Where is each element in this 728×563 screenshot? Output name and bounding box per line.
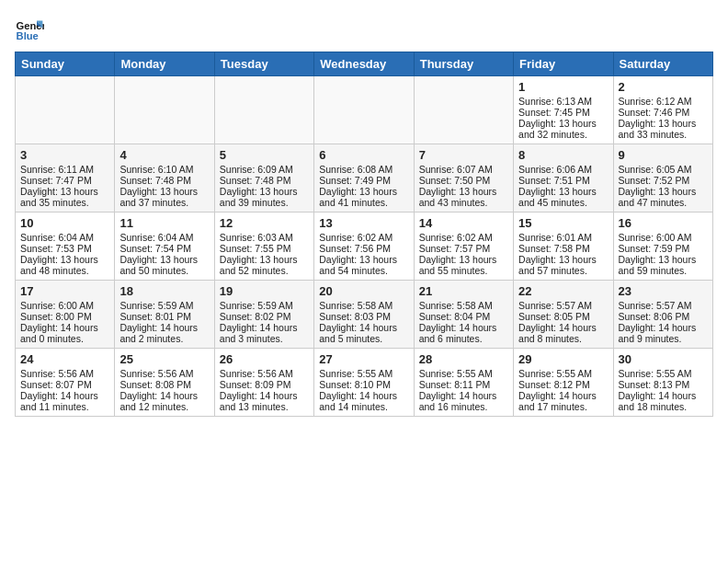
calendar-cell: 16Sunrise: 6:00 AMSunset: 7:59 PMDayligh… (613, 213, 712, 281)
day-info: Daylight: 14 hours (619, 322, 708, 333)
calendar-cell (115, 76, 214, 144)
calendar-cell: 15Sunrise: 6:01 AMSunset: 7:58 PMDayligh… (514, 213, 613, 281)
day-info: Sunset: 8:10 PM (319, 379, 408, 390)
day-info: and 39 minutes. (220, 197, 309, 208)
day-info: and 5 minutes. (319, 333, 408, 344)
day-info: Sunrise: 6:04 AM (20, 232, 109, 243)
day-info: Daylight: 14 hours (419, 322, 508, 333)
day-info: and 41 minutes. (319, 197, 408, 208)
day-info: Sunset: 8:04 PM (419, 311, 508, 322)
day-number: 2 (619, 80, 708, 94)
day-number: 27 (319, 352, 408, 366)
day-info: Sunrise: 6:03 AM (220, 232, 309, 243)
day-info: and 16 minutes. (419, 401, 508, 412)
day-info: Sunrise: 5:59 AM (119, 300, 209, 311)
day-info: Sunset: 8:06 PM (619, 311, 708, 322)
header-thursday: Thursday (414, 52, 513, 76)
day-info: Sunrise: 6:08 AM (319, 164, 408, 175)
header-saturday: Saturday (613, 52, 712, 76)
day-info: Sunset: 8:12 PM (518, 379, 608, 390)
day-info: and 47 minutes. (619, 197, 708, 208)
day-info: Sunrise: 5:55 AM (619, 368, 708, 379)
day-info: Daylight: 13 hours (319, 186, 408, 197)
day-info: and 12 minutes. (119, 401, 209, 412)
day-info: Sunrise: 6:05 AM (619, 164, 708, 175)
day-info: and 55 minutes. (419, 265, 508, 276)
day-info: and 2 minutes. (119, 333, 209, 344)
day-info: Sunrise: 5:57 AM (619, 300, 708, 311)
header-wednesday: Wednesday (314, 52, 414, 76)
calendar-cell: 8Sunrise: 6:06 AMSunset: 7:51 PMDaylight… (514, 144, 613, 213)
week-row-3: 17Sunrise: 6:00 AMSunset: 8:00 PMDayligh… (16, 281, 713, 349)
day-info: Daylight: 13 hours (20, 254, 109, 265)
day-info: Daylight: 13 hours (319, 254, 408, 265)
calendar-table: SundayMondayTuesdayWednesdayThursdayFrid… (15, 52, 713, 417)
day-number: 11 (119, 216, 209, 230)
day-info: Sunset: 7:48 PM (220, 175, 309, 186)
day-info: Daylight: 13 hours (220, 254, 309, 265)
day-info: Sunrise: 5:55 AM (319, 368, 408, 379)
day-info: Sunrise: 6:11 AM (20, 164, 109, 175)
calendar-cell: 6Sunrise: 6:08 AMSunset: 7:49 PMDaylight… (314, 144, 414, 213)
page-header: General Blue (15, 15, 713, 44)
day-info: and 52 minutes. (220, 265, 309, 276)
day-info: and 6 minutes. (419, 333, 508, 344)
day-number: 19 (220, 284, 309, 298)
calendar-cell: 14Sunrise: 6:02 AMSunset: 7:57 PMDayligh… (414, 213, 513, 281)
day-info: Sunrise: 6:12 AM (619, 96, 708, 107)
day-number: 30 (619, 352, 708, 366)
calendar-cell: 29Sunrise: 5:55 AMSunset: 8:12 PMDayligh… (514, 349, 613, 417)
day-info: Daylight: 14 hours (319, 390, 408, 401)
day-info: Sunset: 8:02 PM (220, 311, 309, 322)
day-info: and 17 minutes. (518, 401, 608, 412)
day-info: and 11 minutes. (20, 401, 109, 412)
calendar-cell: 25Sunrise: 5:56 AMSunset: 8:08 PMDayligh… (115, 349, 214, 417)
calendar-cell: 3Sunrise: 6:11 AMSunset: 7:47 PMDaylight… (16, 144, 115, 213)
day-info: and 45 minutes. (518, 197, 608, 208)
day-info: Sunset: 7:47 PM (20, 175, 109, 186)
day-info: Sunrise: 6:07 AM (419, 164, 508, 175)
day-info: Sunrise: 5:55 AM (518, 368, 608, 379)
day-info: Daylight: 13 hours (119, 186, 209, 197)
day-info: Sunset: 7:48 PM (119, 175, 209, 186)
calendar-cell: 2Sunrise: 6:12 AMSunset: 7:46 PMDaylight… (613, 76, 712, 144)
day-number: 1 (518, 80, 608, 94)
day-info: Sunrise: 6:01 AM (518, 232, 608, 243)
day-number: 24 (20, 352, 109, 366)
day-info: and 3 minutes. (220, 333, 309, 344)
day-info: Sunset: 8:08 PM (119, 379, 209, 390)
day-number: 14 (419, 216, 508, 230)
day-info: Daylight: 14 hours (119, 322, 209, 333)
day-info: Sunset: 8:00 PM (20, 311, 109, 322)
day-info: and 18 minutes. (619, 401, 708, 412)
week-row-4: 24Sunrise: 5:56 AMSunset: 8:07 PMDayligh… (16, 349, 713, 417)
day-info: Daylight: 14 hours (20, 390, 109, 401)
calendar-cell: 20Sunrise: 5:58 AMSunset: 8:03 PMDayligh… (314, 281, 414, 349)
day-number: 26 (220, 352, 309, 366)
day-info: Daylight: 13 hours (518, 254, 608, 265)
day-info: Sunset: 7:45 PM (518, 107, 608, 118)
day-info: and 14 minutes. (319, 401, 408, 412)
day-number: 5 (220, 148, 309, 162)
calendar-cell: 4Sunrise: 6:10 AMSunset: 7:48 PMDaylight… (115, 144, 214, 213)
calendar-cell (214, 76, 313, 144)
header-friday: Friday (514, 52, 613, 76)
day-info: Sunrise: 6:02 AM (319, 232, 408, 243)
day-number: 28 (419, 352, 508, 366)
calendar-body: 1Sunrise: 6:13 AMSunset: 7:45 PMDaylight… (16, 76, 713, 417)
day-info: Sunrise: 6:04 AM (119, 232, 209, 243)
day-number: 21 (419, 284, 508, 298)
day-info: Daylight: 13 hours (419, 254, 508, 265)
day-number: 8 (518, 148, 608, 162)
day-info: and 57 minutes. (518, 265, 608, 276)
header-sunday: Sunday (16, 52, 115, 76)
day-info: and 9 minutes. (619, 333, 708, 344)
logo: General Blue (15, 15, 44, 44)
day-number: 7 (419, 148, 508, 162)
day-info: Sunrise: 6:09 AM (220, 164, 309, 175)
day-info: Sunset: 7:55 PM (220, 243, 309, 254)
calendar-cell: 27Sunrise: 5:55 AMSunset: 8:10 PMDayligh… (314, 349, 414, 417)
day-number: 22 (518, 284, 608, 298)
day-info: Sunrise: 6:13 AM (518, 96, 608, 107)
day-info: Sunrise: 6:00 AM (20, 300, 109, 311)
